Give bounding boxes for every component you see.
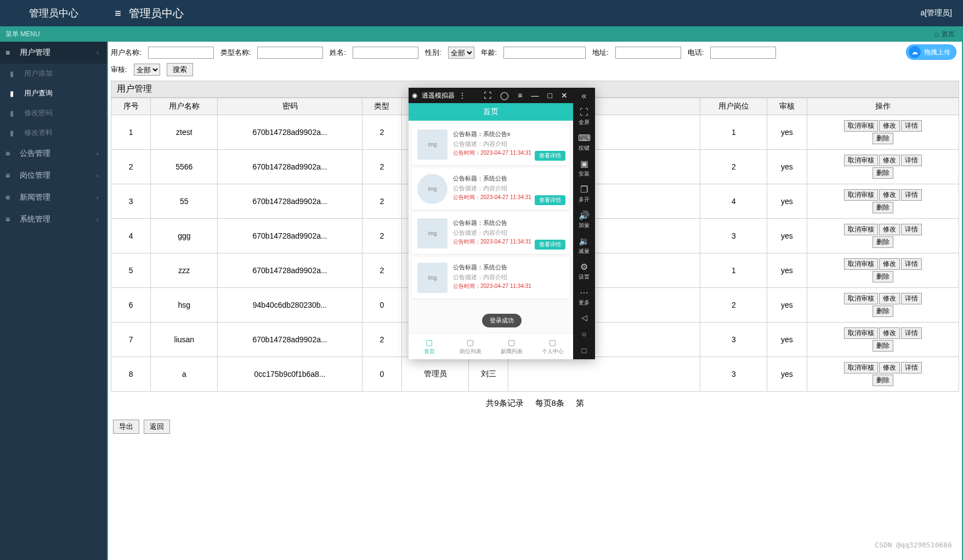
emulator-titlebar[interactable]: ◉ 逍遥模拟器 ⋮ ⛶ ◯ ≡ — □ ✕ [409,88,573,103]
sidebar-item[interactable]: ≡岗位管理‹ [0,165,107,186]
cancel-audit-button[interactable]: 取消审核 [844,293,878,304]
cancel-audit-button[interactable]: 取消审核 [844,258,878,270]
app-body[interactable]: img 公告标题：系统公告x 公告描述：内容介绍 公告时间：2023-04-27… [409,121,573,333]
nav-home-icon[interactable]: ○ [582,330,586,338]
side-more-button[interactable]: ⋯更多 [579,287,590,307]
edit-button[interactable]: 修改 [879,293,900,304]
more-icon[interactable]: ⋮ [459,92,466,99]
cancel-audit-button[interactable]: 取消审核 [844,327,878,339]
menu-icon[interactable]: ≡ [516,91,524,100]
bookmark-icon: ▮ [10,70,19,78]
audit-select[interactable]: 全部 [134,64,160,76]
addr-input[interactable] [615,47,681,59]
age-input[interactable] [503,47,586,59]
app-tab[interactable]: ▢岗位列表 [450,333,491,359]
back-button[interactable]: 返回 [144,420,170,434]
home-icon: ⌂ [934,30,939,38]
nav-back-icon[interactable]: ◁ [581,313,587,322]
tel-label: 电话: [688,48,704,58]
search-button[interactable]: 搜索 [167,63,193,76]
tel-input[interactable] [710,47,776,59]
sidebar-item[interactable]: ≡新闻管理‹ [0,186,107,208]
menu-toggle-icon[interactable]: ≡ [107,7,129,20]
delete-button[interactable]: 删除 [873,236,893,248]
typename-input[interactable] [257,47,323,59]
app-tab[interactable]: ▢首页 [409,333,450,359]
username-input[interactable] [148,47,214,59]
user-icon[interactable]: ◯ [498,91,511,100]
side-volup-button[interactable]: 🔊加量 [579,210,590,229]
current-user[interactable]: a[管理员] [920,8,952,18]
app-tab[interactable]: ▢新闻列表 [491,333,532,359]
notice-card[interactable]: img 公告标题：系统公告 公告描述：内容介绍 公告时间：2023-04-27 … [412,168,570,210]
side-keys-button[interactable]: ⌨按键 [578,133,591,152]
view-detail-button[interactable]: 查看详情 [535,151,565,161]
name-label: 姓名: [330,48,346,58]
cancel-audit-button[interactable]: 取消审核 [844,189,878,201]
table-cell: yes [767,115,807,150]
sidebar-item[interactable]: ≡用户管理‹ [0,42,107,64]
side-multi-button[interactable]: ❐多开 [579,184,590,203]
export-button[interactable]: 导出 [113,420,139,434]
cancel-audit-button[interactable]: 取消审核 [844,155,878,166]
side-install-button[interactable]: ▣安装 [579,159,590,178]
edit-button[interactable]: 修改 [879,224,900,235]
notice-card[interactable]: img 公告标题：系统公告 公告描述：内容介绍 公告时间：2023-04-27 … [412,257,570,298]
detail-button[interactable]: 详情 [901,120,922,132]
app-tab[interactable]: ▢个人中心 [532,333,573,359]
fullscreen-icon[interactable]: ⛶ [482,91,494,100]
delete-button[interactable]: 删除 [873,167,893,179]
edit-button[interactable]: 修改 [879,155,900,166]
cancel-audit-button[interactable]: 取消审核 [844,362,878,374]
minimize-icon[interactable]: — [529,91,541,100]
close-icon[interactable]: ✕ [559,91,570,100]
sidebar-subitem[interactable]: ▮用户查询 [0,83,107,103]
detail-button[interactable]: 详情 [901,362,922,374]
delete-button[interactable]: 删除 [873,202,893,213]
sidebar-subitem[interactable]: ▮修改密码 [0,103,107,123]
detail-button[interactable]: 详情 [901,189,922,201]
view-detail-button[interactable]: 查看详情 [535,195,565,205]
detail-button[interactable]: 详情 [901,155,922,166]
emulator-window[interactable]: ◉ 逍遥模拟器 ⋮ ⛶ ◯ ≡ — □ ✕ 首页 img 公告标题：系统公告x … [409,88,595,359]
delete-button[interactable]: 删除 [873,306,893,317]
detail-button[interactable]: 详情 [901,293,922,304]
gender-select[interactable]: 全部 [448,47,474,59]
edit-button[interactable]: 修改 [879,362,900,374]
breadcrumb-home[interactable]: ⌂ 首页 [934,30,955,39]
sidebar-subitem-label: 用户添加 [24,69,53,78]
maximize-icon[interactable]: □ [546,91,554,100]
detail-button[interactable]: 详情 [901,327,922,339]
cancel-audit-button[interactable]: 取消审核 [844,120,878,132]
detail-button[interactable]: 详情 [901,258,922,270]
table-cell: 2 [362,184,401,219]
upload-widget[interactable]: ☁ 拖拽上传 [906,44,956,60]
detail-button[interactable]: 详情 [901,224,922,235]
sidebar-item[interactable]: ≡系统管理‹ [0,208,107,230]
table-cell: a [151,357,218,392]
table-header: 用户名称 [151,98,218,115]
delete-button[interactable]: 删除 [873,340,893,352]
edit-button[interactable]: 修改 [879,189,900,201]
edit-button[interactable]: 修改 [879,120,900,132]
side-fullscreen-button[interactable]: ⛶全屏 [579,108,590,126]
notice-card[interactable]: img 公告标题：系统公告x 公告描述：内容介绍 公告时间：2023-04-27… [412,124,570,165]
name-input[interactable] [353,47,418,59]
nav-recent-icon[interactable]: □ [582,346,586,355]
cloud-upload-icon: ☁ [909,46,921,58]
delete-button[interactable]: 删除 [873,271,893,282]
edit-button[interactable]: 修改 [879,327,900,339]
side-voldown-button[interactable]: 🔉减量 [579,236,590,255]
view-detail-button[interactable]: 查看详情 [535,240,565,250]
side-collapse-button[interactable]: « [582,91,587,101]
table-cell: 3 [700,323,767,357]
side-settings-button[interactable]: ⚙设置 [579,262,590,281]
cancel-audit-button[interactable]: 取消审核 [844,224,878,235]
sidebar-subitem[interactable]: ▮修改资料 [0,123,107,143]
delete-button[interactable]: 删除 [873,133,893,144]
delete-button[interactable]: 删除 [873,375,893,386]
sidebar-subitem[interactable]: ▮用户添加 [0,64,107,83]
sidebar-item[interactable]: ≡公告管理‹ [0,143,107,165]
notice-card[interactable]: img 公告标题：系统公告 公告描述：内容介绍 公告时间：2023-04-27 … [412,213,570,254]
edit-button[interactable]: 修改 [879,258,900,270]
